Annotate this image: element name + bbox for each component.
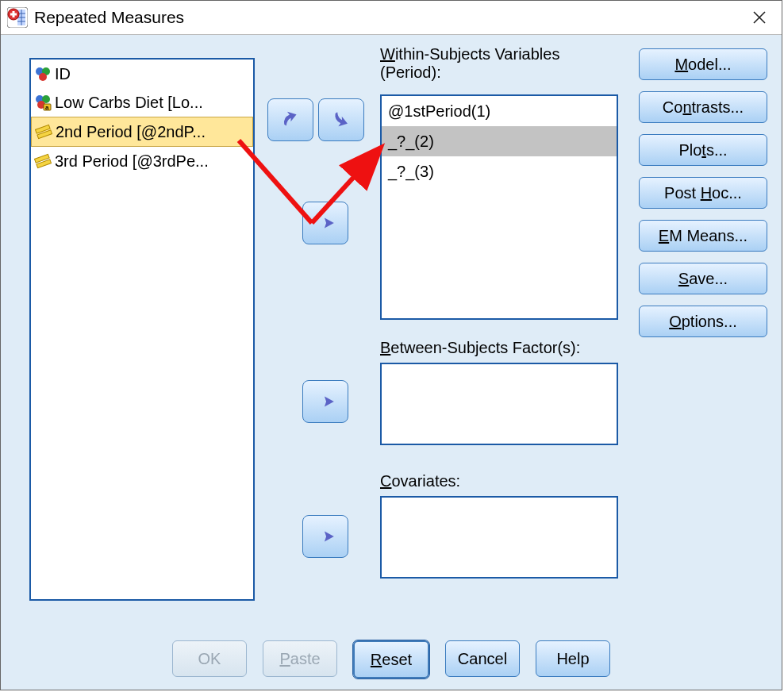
arrow-right-icon [315, 526, 336, 547]
move-down-button[interactable] [318, 98, 364, 141]
reset-button[interactable]: Reset [353, 640, 429, 679]
model-button[interactable]: Model... [639, 48, 767, 80]
source-variable-list[interactable]: IDaLow Carbs Diet [Lo...2nd Period [@2nd… [29, 58, 255, 601]
source-var-label: 2nd Period [@2ndP... [56, 123, 206, 141]
arrow-right-icon [315, 213, 336, 233]
within-subjects-label: Within-Subjects Variables (Period): [380, 45, 559, 82]
svg-rect-8 [10, 13, 17, 16]
transfer-to-within-button[interactable] [302, 202, 348, 244]
source-var-label: 3rd Period [@3rdPe... [55, 152, 209, 171]
help-button[interactable]: Help [536, 640, 610, 677]
options-button[interactable]: Options... [639, 306, 767, 337]
source-var-label: Low Carbs Diet [Lo... [55, 94, 203, 112]
app-icon [7, 7, 28, 28]
covariates-label: Covariates: [380, 472, 460, 490]
contrasts-button[interactable]: Contrasts... [639, 91, 767, 123]
within-item-row[interactable]: @1stPeriod(1) [382, 96, 617, 126]
window-title: Repeated Measures [34, 8, 184, 27]
transfer-to-covariates-button[interactable] [302, 515, 348, 558]
source-var-row[interactable]: ID [31, 60, 253, 88]
plots-button[interactable]: Plots... [639, 134, 767, 166]
bottom-button-bar: OK Paste Reset Cancel Help [1, 640, 782, 679]
dialog-window: Repeated Measures IDaLow Carbs Diet [Lo.… [0, 0, 782, 690]
save-button[interactable]: Save... [639, 263, 767, 294]
covariates-list[interactable] [380, 496, 618, 579]
side-button-group: Model... Contrasts... Plots... Post Hoc.… [639, 48, 767, 337]
source-var-label: ID [55, 65, 71, 83]
close-icon [753, 11, 766, 24]
arrow-down-icon [331, 110, 352, 130]
source-var-row[interactable]: aLow Carbs Diet [Lo... [31, 88, 253, 117]
svg-point-13 [39, 73, 47, 81]
cancel-button[interactable]: Cancel [445, 640, 520, 677]
paste-button[interactable]: Paste [263, 640, 337, 677]
arrow-up-icon [280, 110, 301, 130]
ok-button[interactable]: OK [172, 640, 247, 677]
within-subjects-list[interactable]: @1stPeriod(1)_?_(2)_?_(3) [380, 94, 618, 320]
emmeans-button[interactable]: EM Means... [639, 220, 767, 252]
posthoc-button[interactable]: Post Hoc... [639, 177, 767, 209]
between-subjects-label: Between-Subjects Factor(s): [380, 339, 580, 357]
source-var-row[interactable]: 3rd Period [@3rdPe... [31, 147, 253, 175]
within-item-row[interactable]: _?_(2) [382, 126, 617, 156]
within-item-row[interactable]: _?_(3) [382, 156, 617, 186]
close-button[interactable] [744, 2, 775, 33]
source-var-row[interactable]: 2nd Period [@2ndP... [31, 117, 253, 147]
title-bar: Repeated Measures [1, 1, 782, 35]
between-subjects-list[interactable] [380, 363, 618, 445]
move-up-button[interactable] [267, 98, 313, 141]
transfer-to-between-button[interactable] [302, 380, 348, 423]
svg-text:a: a [45, 104, 49, 111]
arrow-right-icon [315, 391, 336, 412]
